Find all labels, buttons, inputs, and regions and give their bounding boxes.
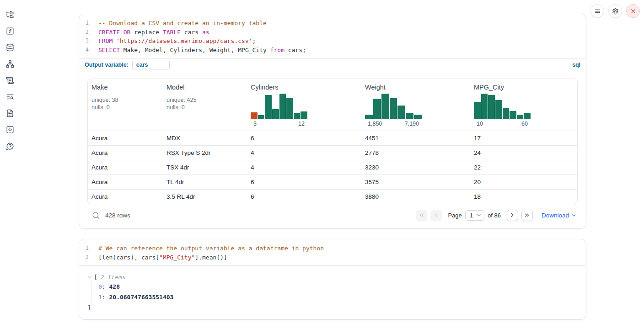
line-number: 1 [79,244,94,253]
output-variable-label: Output variable: [85,62,129,68]
histogram-weight: 1,8507,190 [365,94,422,127]
column-header-make[interactable]: Makeunique: 38nulls: 0 [88,79,163,131]
table-cell: MDX [163,131,247,145]
table-cell: TSX 4dr [163,160,247,174]
table-cell: 3575 [361,175,470,189]
code-text: FROM 'https://datasets.marimo.app/cars.c… [94,37,256,46]
last-page-button[interactable] [521,210,533,221]
histogram-bar [258,115,265,119]
table-cell: Acura [88,146,163,160]
code-text: # We can reference the output variable a… [94,244,324,253]
code-line: 1-- Download a CSV and create an in-memo… [79,19,586,28]
table-cell: 18 [470,190,577,204]
tree-root: [ 2 Items [87,274,578,280]
collapse-chevron-icon[interactable] [87,275,92,280]
table-row: AcuraTL 4dr6357520 [88,174,577,189]
code-text: CREATE OR replace TABLE cars as [94,28,209,37]
histogram-bar [474,102,481,119]
code-line: 4SELECT Make, Model, Cylinders, Weight, … [79,46,586,55]
python-cell-output: [ 2 Items 0: 4281: 20.060747663551403 ] [79,266,586,319]
code-line: 2CREATE OR replace TABLE cars as [79,28,586,37]
python-cell: 1# We can reference the output variable … [79,239,586,320]
file-tree-icon [6,11,14,19]
table-header: Makeunique: 38nulls: 0Modelunique: 425nu… [88,79,577,131]
histogram-bar [373,99,381,119]
line-number: 1 [79,19,94,28]
table-cell: 24 [470,146,577,160]
menu-button[interactable] [590,4,604,18]
settings-button[interactable] [608,4,622,18]
histogram-bar [397,106,405,119]
histogram-mpg_city: 1060 [474,94,531,127]
table-cell: 2778 [361,146,470,160]
code-text: -- Download a CSV and create an in-memor… [94,19,267,28]
table-cell: Acura [88,175,163,189]
histogram-bar [265,95,272,119]
sql-code-editor[interactable]: 1-- Download a CSV and create an in-memo… [79,14,586,58]
prev-page-button[interactable] [430,210,442,221]
table-row: AcuraRSX Type S 2dr4277824 [88,145,577,160]
column-header-model[interactable]: Modelunique: 425nulls: 0 [163,79,247,131]
histogram-cylinders: 312 [251,94,307,127]
table-cell: 6 [247,190,361,204]
page-total-label: of 86 [488,212,501,219]
page-select-value: 1 [470,212,473,219]
first-page-button[interactable] [416,210,427,221]
sidebar-item-scratchpad[interactable] [5,75,16,86]
dependency-graph-icon [6,60,14,68]
column-name: Cylinders [251,84,358,91]
column-header-mpg_city[interactable]: MPG_City1060 [470,79,577,131]
column-header-cylinders[interactable]: Cylinders312 [247,79,361,131]
sidebar-item-dependency-graph[interactable] [5,58,16,69]
sidebar-item-snippets[interactable] [5,124,16,135]
histogram-axis-labels: 312 [251,121,307,127]
table-cell: 3.5 RL 4dr [163,190,247,204]
histogram-bar [414,115,422,119]
histogram-bar [381,94,389,119]
python-code-editor[interactable]: 1# We can reference the output variable … [79,239,586,266]
code-text: SELECT Make, Model, Cylinders, Weight, M… [94,46,306,55]
histogram-bar [301,111,307,119]
search-icon[interactable] [92,211,100,219]
next-page-button[interactable] [507,210,518,221]
table-cell: 4 [247,160,361,174]
sidebar-item-variables[interactable] [5,26,16,37]
table-cell: 3880 [361,190,470,204]
items-count-label: 2 Items [101,274,126,280]
table-cell: RSX Type S 2dr [163,146,247,160]
tree-entry: 1: 20.060747663551403 [98,292,578,303]
sidebar-item-logs[interactable] [5,91,16,102]
histogram-axis-labels: 1060 [474,121,531,127]
table-cell: TL 4dr [163,175,247,189]
download-button[interactable]: Download [542,212,577,219]
rows-count: 428 rows [92,211,130,219]
table-cell: 20 [470,175,577,189]
column-name: MPG_City [474,84,574,91]
download-label: Download [542,212,569,219]
shutdown-button[interactable] [626,4,640,18]
datasources-icon [6,43,14,52]
output-variable-input[interactable] [132,61,170,69]
sidebar [0,0,20,152]
notebook: 1-- Download a CSV and create an in-memo… [79,0,586,320]
sidebar-item-documentation[interactable] [5,108,16,119]
sidebar-item-datasources[interactable] [5,42,16,53]
page-label: Page [448,212,462,219]
table-row: AcuraTSX 4dr4323022 [88,160,577,174]
line-number: 2 [79,253,94,262]
column-header-weight[interactable]: Weight1,8507,190 [361,79,470,131]
table-cell: 4 [247,146,361,160]
page-select[interactable]: 1 [465,210,484,221]
table-cell: 6 [247,175,361,189]
line-number: 2 [79,28,94,37]
sidebar-item-help[interactable] [5,141,16,152]
histogram-bar [251,112,258,119]
sidebar-item-file-tree[interactable] [5,9,16,20]
scratchpad-icon [6,76,14,85]
tree-entry-key: 1 [98,294,102,301]
table-cell: Acura [88,160,163,174]
histogram-axis-labels: 1,8507,190 [365,121,422,127]
output-variable-row: Output variable: sql [79,58,586,72]
column-name: Weight [365,84,467,91]
table-cell: Acura [88,190,163,204]
